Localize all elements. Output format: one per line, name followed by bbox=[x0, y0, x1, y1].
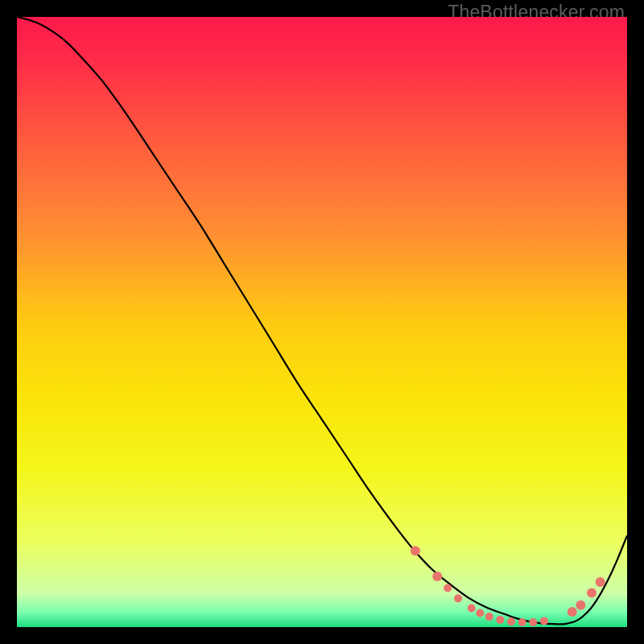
plot-background bbox=[17, 17, 627, 627]
marker-dot bbox=[485, 613, 493, 621]
marker-dot bbox=[568, 607, 577, 617]
marker-dot bbox=[432, 572, 442, 581]
marker-dot bbox=[529, 618, 537, 626]
marker-dot bbox=[496, 616, 504, 624]
marker-dot bbox=[454, 594, 462, 602]
marker-dot bbox=[587, 588, 597, 598]
marker-dot bbox=[507, 617, 515, 625]
marker-dot bbox=[476, 609, 484, 617]
marker-dot bbox=[518, 618, 526, 626]
marker-dot bbox=[540, 617, 548, 625]
marker-dot bbox=[444, 584, 452, 592]
chart-plot bbox=[17, 17, 627, 627]
chart-stage: TheBottlenecker.com bbox=[0, 0, 644, 644]
marker-dot bbox=[411, 546, 420, 555]
marker-dot bbox=[596, 577, 605, 587]
marker-dot bbox=[576, 601, 585, 610]
marker-dot bbox=[468, 605, 476, 613]
